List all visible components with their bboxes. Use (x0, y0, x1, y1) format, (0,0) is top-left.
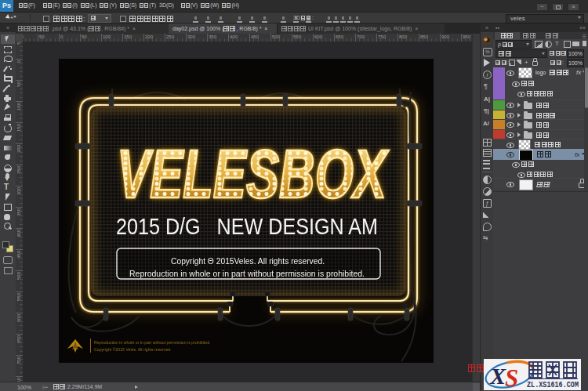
svg-text:S: S (505, 364, 518, 390)
svg-text:Copyright ©2015 Veles. All rig: Copyright ©2015 Veles. All rights reserv… (94, 347, 172, 352)
svg-text:Reproduction in whole or in pa: Reproduction in whole or in part without… (129, 269, 365, 278)
svg-text:Reproduction in whole or in pa: Reproduction in whole or in part without… (94, 340, 211, 345)
svg-text:ZL.XS1616.COM: ZL.XS1616.COM (527, 381, 579, 389)
svg-text:X: X (489, 363, 506, 389)
svg-text:2015 D/G NEW DESIGN AM: 2015 D/G NEW DESIGN AM (116, 213, 378, 239)
svg-text:Copyright Θ 2015Veles. All rig: Copyright Θ 2015Veles. All rights reserv… (171, 256, 325, 266)
svg-text:VELESBOX: VELESBOX (117, 135, 390, 212)
